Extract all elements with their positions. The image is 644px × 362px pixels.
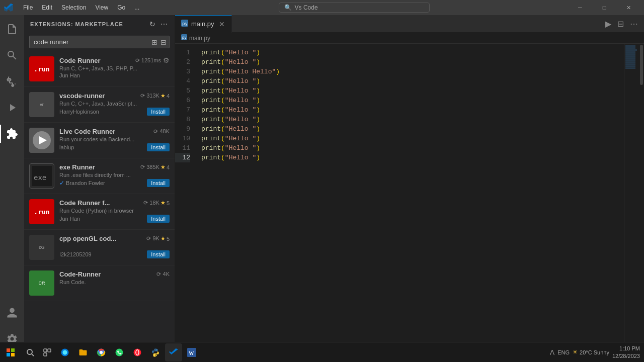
taskbar-chrome[interactable] xyxy=(93,343,110,361)
menu-go[interactable]: Go xyxy=(113,3,129,12)
svg-text:exe: exe xyxy=(34,173,46,182)
svg-text:py: py xyxy=(182,21,188,26)
taskbar-opera[interactable] xyxy=(129,343,146,361)
extension-meta: ✓ Brandon Fowler Install xyxy=(59,179,170,187)
extension-author: I2k21205209 xyxy=(59,251,92,257)
extension-description: Run Code. xyxy=(59,279,170,285)
activity-accounts[interactable] xyxy=(0,301,24,325)
filter-icon[interactable]: ⊟ xyxy=(159,38,168,47)
titlebar: File Edit Selection View Go ... 🔍 Vs Cod… xyxy=(0,0,644,15)
svg-rect-8 xyxy=(7,348,10,352)
app-logo[interactable] xyxy=(4,3,13,12)
svg-line-13 xyxy=(32,354,34,356)
extension-info-code-runner-7: Code-Runner ⟳ 4K Run Code. xyxy=(59,270,170,296)
svg-rect-10 xyxy=(7,353,10,356)
taskbar-word[interactable]: W xyxy=(183,343,200,361)
minimize-button[interactable]: ─ xyxy=(569,0,592,15)
sort-icon[interactable]: ⊞ xyxy=(150,38,158,47)
taskbar-time-date[interactable]: 1:10 PM 12/28/2023 xyxy=(612,345,640,359)
tab-main-py[interactable]: py main.py ✕ xyxy=(175,15,232,33)
close-button[interactable]: ✕ xyxy=(617,0,640,15)
code-content[interactable]: print("Hello ") print("Hello ") print("H… xyxy=(195,44,624,351)
taskbar-whatsapp[interactable] xyxy=(111,343,128,361)
extension-author: HarryHopkinson xyxy=(59,109,99,115)
tab-bar: py main.py ✕ ▶ ⊟ ⋯ xyxy=(175,15,644,33)
extension-name: cpp openGL cod... xyxy=(59,235,116,242)
extension-item-vscode-runner[interactable]: vr vscode-runner ⟳ 313K ★4 Run C, C++, J… xyxy=(24,87,175,123)
install-button-live-code-runner[interactable]: Install xyxy=(147,143,170,151)
activity-files[interactable] xyxy=(0,17,24,41)
svg-rect-9 xyxy=(11,348,15,352)
extension-item-code-runner[interactable]: .run Code Runner ⟳ 1251ms ⚙ Run C, C++, … xyxy=(24,51,175,87)
install-button-exe-runner[interactable]: Install xyxy=(147,179,170,187)
install-button-code-runner-f[interactable]: Install xyxy=(147,215,170,223)
refresh-button[interactable]: ↻ xyxy=(148,19,156,29)
split-editor-button[interactable]: ⊟ xyxy=(615,18,626,30)
more-actions-button[interactable]: ⋯ xyxy=(159,19,169,29)
menu-selection[interactable]: Selection xyxy=(57,3,90,12)
taskbar-language[interactable]: ENG xyxy=(557,349,570,355)
ext-name-row: cpp openGL cod... ⟳ 9K ★5 xyxy=(59,235,170,242)
svg-point-12 xyxy=(27,349,32,354)
search-box-icons: ⊞ ⊟ xyxy=(150,38,168,47)
breadcrumb-file[interactable]: main.py xyxy=(189,35,210,42)
titlebar-menu: File Edit Selection View Go ... xyxy=(19,3,143,12)
extension-description: Run C, C++, Java, JS, PHP, P... xyxy=(59,65,170,71)
taskbar-weather: ☀ 20°C Sunny xyxy=(573,349,609,355)
extension-item-code-runner-f[interactable]: .run Code Runner f... ⟳ 18K ★5 Run Code … xyxy=(24,194,175,230)
editor-area: py main.py ✕ ▶ ⊟ ⋯ py main.py 123456 789 xyxy=(175,15,644,351)
ext-name-row: Code Runner ⟳ 1251ms ⚙ xyxy=(59,56,170,64)
search-input[interactable] xyxy=(29,36,170,48)
download-count: ⟳ 48K xyxy=(153,128,170,135)
install-button-cpp-opengl[interactable]: Install xyxy=(147,250,170,258)
extension-icon-code-runner-7: CR xyxy=(29,270,54,296)
taskbar-time: 1:10 PM xyxy=(612,345,640,352)
activity-run[interactable] xyxy=(0,96,24,120)
more-actions-editor-button[interactable]: ⋯ xyxy=(628,18,640,30)
menu-more[interactable]: ... xyxy=(130,3,143,12)
menu-view[interactable]: View xyxy=(91,3,112,12)
menu-edit[interactable]: Edit xyxy=(38,3,56,12)
verified-icon: ✓ xyxy=(59,179,64,187)
ext-name-row: vscode-runner ⟳ 313K ★4 xyxy=(59,92,170,100)
extension-item-exe-runner[interactable]: exe exe Runner ⟳ 385K ★4 Run .exe files … xyxy=(24,158,175,194)
extension-item-code-runner-7[interactable]: CR Code-Runner ⟳ 4K Run Code. xyxy=(24,265,175,301)
menu-file[interactable]: File xyxy=(19,3,37,12)
ext-name-row: exe Runner ⟳ 385K ★4 xyxy=(59,163,170,171)
run-button[interactable]: ▶ xyxy=(603,18,613,30)
titlebar-searchbox[interactable]: 🔍 Vs Code xyxy=(279,3,430,13)
ext-name-row: Live Code Runner ⟳ 48K xyxy=(59,128,170,135)
install-button-vscode-runner[interactable]: Install xyxy=(147,108,170,116)
maximize-button[interactable]: □ xyxy=(593,0,616,15)
activity-search[interactable] xyxy=(0,43,24,67)
tab-close-button[interactable]: ✕ xyxy=(217,20,226,29)
search-text: Vs Code xyxy=(295,4,318,11)
minimap xyxy=(624,44,639,351)
svg-rect-14 xyxy=(44,349,47,352)
svg-rect-11 xyxy=(11,353,15,356)
extension-item-cpp-opengl[interactable]: cG cpp openGL cod... ⟳ 9K ★5 I2k21205209… xyxy=(24,230,175,265)
taskbar-explorer[interactable] xyxy=(74,343,92,361)
taskbar-start-button[interactable] xyxy=(2,343,19,361)
activity-source-control[interactable] xyxy=(0,69,24,94)
code-editor[interactable]: 123456 789101112 print("Hello ") print("… xyxy=(175,44,644,351)
activity-extensions[interactable] xyxy=(0,122,24,146)
download-count: ⟳ 18K ★5 xyxy=(143,200,170,206)
settings-gear-icon[interactable]: ⚙ xyxy=(163,56,170,64)
sidebar-actions: ↻ ⋯ xyxy=(148,19,169,29)
weather-text: 20°C Sunny xyxy=(580,349,609,355)
activity-bar xyxy=(0,15,24,351)
taskbar-vscode[interactable] xyxy=(165,343,182,361)
taskbar-up-arrow[interactable]: ⋀ xyxy=(550,349,554,355)
taskbar-edge[interactable] xyxy=(56,343,73,361)
download-count: ⟳ 1251ms xyxy=(135,57,161,64)
extension-item-live-code-runner[interactable]: Live Code Runner ⟳ 48K Run your codes vi… xyxy=(24,123,175,158)
taskbar-python[interactable] xyxy=(147,343,164,361)
download-count: ⟳ 4K xyxy=(156,271,170,278)
vertical-scrollbar[interactable] xyxy=(639,44,644,351)
taskbar-search[interactable] xyxy=(22,343,38,361)
taskbar-taskview[interactable] xyxy=(39,343,55,361)
tab-label: main.py xyxy=(191,20,214,28)
extension-info-live-code-runner: Live Code Runner ⟳ 48K Run your codes vi… xyxy=(59,128,170,153)
scrollbar-thumb[interactable] xyxy=(640,45,643,85)
